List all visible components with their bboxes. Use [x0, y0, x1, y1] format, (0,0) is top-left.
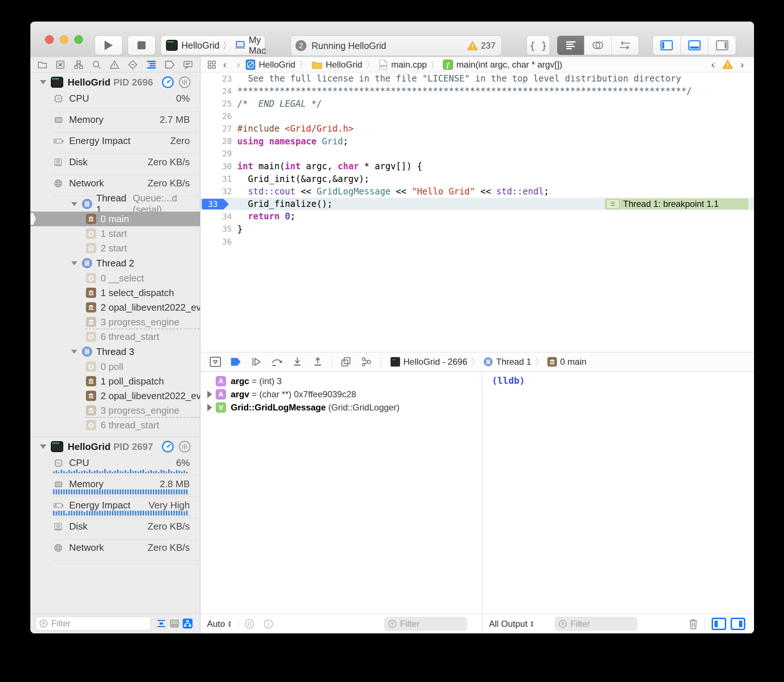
variables-filter-field[interactable]: Filter [384, 617, 467, 631]
process-row[interactable]: HelloGridPID 2697 [30, 438, 200, 455]
navigator-tab-symbols[interactable] [73, 60, 84, 70]
debug-frame-label[interactable]: 0 main [560, 357, 586, 367]
breadcrumb-item[interactable]: HelloGrid [259, 60, 295, 70]
toggle-debug-area-button[interactable] [680, 36, 708, 55]
navigator-tab-breakpoints[interactable] [164, 60, 175, 69]
line-number[interactable]: 31 [200, 174, 232, 183]
line-number[interactable]: 28 [200, 137, 232, 146]
navigator-tab-search[interactable] [91, 60, 102, 70]
navigator-tab-reports[interactable] [182, 60, 193, 70]
process-row[interactable]: HelloGridPID 2696 [30, 74, 200, 90]
memory-columns-icon[interactable] [178, 76, 191, 89]
minimize-window-button[interactable] [60, 35, 69, 44]
line-number[interactable]: 35 [200, 225, 232, 234]
line-number[interactable]: 29 [200, 149, 232, 158]
stack-frame-row[interactable]: 2 opal_libevent2022_ev… [30, 389, 200, 403]
stack-frame-row[interactable]: ⚙6 thread_start [30, 329, 200, 344]
stat-row-memory[interactable]: Memory2.7 MB [30, 112, 200, 133]
code-line-34[interactable]: 34 return 0; [200, 210, 754, 223]
go-back-button[interactable]: ‹ [218, 60, 232, 70]
version-editor-button[interactable] [612, 36, 639, 55]
breakpoint-annotation[interactable]: ☰Thread 1: breakpoint 1.1 [605, 198, 748, 209]
stack-frame-row[interactable]: ⚙6 thread_start [30, 418, 200, 432]
variable-row[interactable]: Aargv = (char **) 0x7ffee9039c28 [200, 388, 482, 401]
code-line-33[interactable]: 33 Grid_finalize();☰Thread 1: breakpoint… [200, 198, 754, 210]
console-filter-field[interactable]: Filter [555, 617, 637, 631]
thread-row[interactable]: Thread 1Queue:...d (serial) [30, 196, 200, 212]
debug-view-hierarchy-button[interactable] [340, 355, 352, 368]
debug-process-label[interactable]: HelloGrid - 2696 [403, 357, 467, 367]
breakpoints-toggle-button[interactable] [230, 355, 242, 368]
stack-frame-row[interactable]: ⚙2 start [30, 241, 200, 255]
disclosure-triangle-icon[interactable] [208, 404, 212, 411]
navigator-tab-tests[interactable] [127, 60, 138, 70]
continue-button[interactable] [250, 355, 263, 368]
code-line-23[interactable]: 23 See the full license in the file "LIC… [200, 72, 754, 85]
line-number[interactable]: 23 [200, 74, 232, 83]
debug-thread-label[interactable]: Thread 1 [496, 357, 531, 367]
code-line-25[interactable]: 25/* END LEGAL */ [200, 97, 754, 110]
related-items-icon[interactable] [206, 60, 218, 69]
next-issue-button[interactable]: › [735, 60, 749, 70]
thread-row[interactable]: Thread 3 [30, 344, 200, 359]
code-line-26[interactable]: 26 [200, 110, 754, 123]
show-variables-view-button[interactable] [711, 617, 727, 631]
stat-row-cpu[interactable]: CPU6% [30, 455, 200, 476]
activity-status-view[interactable]: 2 Running HelloGrid 237 [291, 35, 502, 56]
code-line-31[interactable]: 31 Grid_init(&argc,&argv); [200, 172, 754, 185]
code-line-24[interactable]: 24**************************************… [200, 85, 754, 97]
breadcrumb-item[interactable]: main.cpp [391, 60, 427, 70]
memory-columns-icon[interactable] [178, 440, 191, 453]
code-snippets-button[interactable]: { } [527, 35, 550, 55]
variables-scope-selector[interactable]: Auto [207, 619, 225, 629]
assistant-editor-button[interactable] [584, 36, 611, 55]
call-tree-view-icon[interactable] [169, 618, 180, 629]
stack-frame-row[interactable]: ⚙0 __select [30, 271, 200, 285]
toggle-navigator-button[interactable] [653, 36, 680, 55]
close-window-button[interactable] [45, 35, 54, 44]
view-by-process-icon[interactable] [182, 618, 193, 629]
stat-row-disk[interactable]: DiskZero KB/s [30, 154, 200, 175]
performance-gauge-icon[interactable] [161, 440, 174, 453]
code-line-30[interactable]: 30int main(int argc, char * argv[]) { [200, 160, 754, 172]
navigator-tab-issues[interactable] [109, 60, 120, 70]
stat-row-energy-impact[interactable]: Energy ImpactVery High [30, 497, 200, 518]
stat-row-network[interactable]: NetworkZero KB/s [30, 175, 200, 196]
stop-button[interactable] [128, 35, 155, 55]
flat-list-view-icon[interactable] [156, 618, 166, 629]
process-terminal-icon[interactable] [391, 357, 400, 366]
thread-row[interactable]: Thread 2 [30, 255, 200, 271]
step-out-button[interactable] [311, 355, 324, 368]
step-into-button[interactable] [291, 355, 303, 368]
go-forward-button[interactable]: › [232, 60, 245, 70]
stack-frame-row[interactable]: 3 progress_engine [30, 315, 200, 329]
code-line-28[interactable]: 28using namespace Grid; [200, 135, 754, 147]
variable-row[interactable]: VGrid::GridLogMessage (Grid::GridLogger) [200, 401, 482, 414]
line-number[interactable]: 34 [200, 212, 232, 221]
standard-editor-button[interactable] [557, 36, 584, 55]
stat-row-cpu[interactable]: CPU0% [30, 90, 200, 112]
zoom-window-button[interactable] [74, 35, 83, 44]
breakpoint-indicator[interactable]: 33 [202, 199, 229, 209]
stack-frame-row[interactable]: ⚙0 poll [30, 359, 200, 374]
navigator-filter-field[interactable]: Filter [35, 617, 151, 631]
previous-issue-button[interactable]: ‹ [706, 60, 720, 70]
code-line-29[interactable]: 29 [200, 148, 754, 160]
stack-frame-row[interactable]: 0 main [30, 212, 200, 226]
line-number[interactable]: 30 [200, 162, 232, 171]
breadcrumb-item[interactable]: main(int argc, char * argv[]) [457, 60, 562, 70]
clear-console-button[interactable] [688, 618, 699, 630]
stack-frame-row[interactable]: ⚙1 start [30, 226, 200, 241]
code-line-27[interactable]: 27#include <Grid/Grid.h> [200, 123, 754, 135]
stat-row-memory[interactable]: Memory2.8 MB [30, 476, 200, 497]
hide-debug-area-button[interactable] [209, 355, 222, 368]
stat-row-energy-impact[interactable]: Energy ImpactZero [30, 133, 200, 154]
source-editor[interactable]: 23 See the full license in the file "LIC… [200, 72, 754, 352]
stat-row-network[interactable]: NetworkZero KB/s [30, 539, 200, 561]
code-line-36[interactable]: 36 [200, 235, 754, 248]
performance-gauge-icon[interactable] [161, 76, 174, 89]
code-line-32[interactable]: 32 std::cout << GridLogMessage << "Hello… [200, 185, 754, 198]
show-console-view-button[interactable] [730, 617, 746, 631]
code-line-35[interactable]: 35} [200, 223, 754, 235]
memory-graph-button[interactable] [360, 355, 373, 368]
